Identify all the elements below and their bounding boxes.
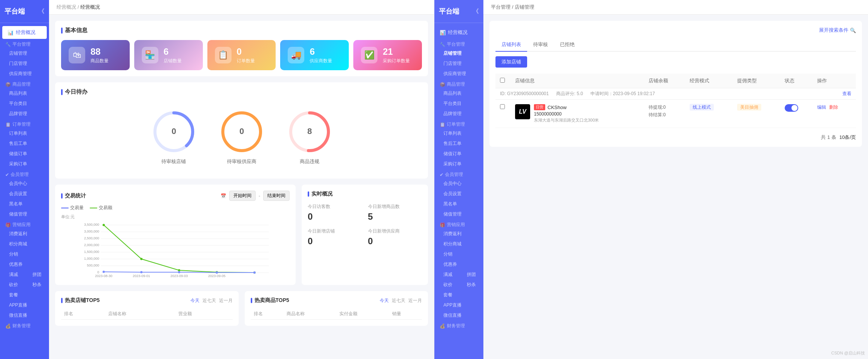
right-package[interactable]: 套餐	[434, 290, 458, 300]
todo-card: 今日待办 0 待审核店铺	[55, 82, 428, 179]
right-brand-mgmt[interactable]: 品牌管理	[434, 109, 483, 119]
sidebar-item-member-settings[interactable]: 会员设置	[0, 189, 49, 199]
sidebar-item-distribution[interactable]: 分销	[0, 249, 23, 259]
rt-visitors: 今日访客数 0	[308, 203, 362, 222]
status-toggle[interactable]	[785, 104, 798, 112]
left-main-content: 经营概况 / 经营概况 基本信息 🛍 88 商品数量 🏪	[49, 0, 434, 359]
store-score-label: 商品评分: 5.0	[556, 91, 583, 96]
svg-text:2,000,000: 2,000,000	[84, 243, 99, 247]
sidebar-item-brand[interactable]: 品牌管理	[0, 109, 49, 119]
right-sidebar-collapse[interactable]: 《	[473, 8, 479, 15]
sidebar-item-shop-mgmt[interactable]: 门店管理	[0, 59, 49, 69]
right-sidebar-overview[interactable]: 📊 经营概况	[434, 26, 483, 39]
right-wxlive[interactable]: 微信直播	[434, 310, 467, 320]
sidebar-item-store-mgmt[interactable]: 店铺管理	[0, 48, 49, 59]
todo-title: 今日待办	[61, 88, 422, 96]
right-cashback[interactable]: 消费返利	[434, 229, 467, 239]
expand-search-btn[interactable]: 展开搜索条件 🔍	[819, 27, 856, 34]
pending-store-label: 待审核店铺	[161, 158, 186, 165]
tab-store-list[interactable]: 店铺列表	[495, 38, 527, 52]
mode-badge: 线上模式	[690, 104, 714, 111]
commission-type-cell: 美目抽佣	[733, 100, 780, 128]
right-sidebar-supplier[interactable]: 供应商管理	[434, 69, 483, 79]
sidebar-item-stored-value-mgmt[interactable]: 储值管理	[0, 209, 49, 219]
sidebar-item-goods-list[interactable]: 商品列表	[0, 88, 49, 99]
sidebar-item-order-list[interactable]: 订单列表	[0, 128, 49, 139]
right-sidebar-header: 平台端 《	[434, 0, 483, 23]
add-store-button[interactable]: 添加店铺	[495, 56, 527, 68]
platform-label: 平台管理	[12, 41, 31, 48]
sidebar-item-bargain[interactable]: 砍价	[0, 280, 23, 290]
right-sidebar-shop-mgmt[interactable]: 门店管理	[434, 59, 483, 69]
right-distribution[interactable]: 分销	[434, 249, 458, 259]
search-icon: 🔍	[850, 28, 856, 33]
right-stored-value-mgmt[interactable]: 储值管理	[434, 209, 483, 219]
col-store-info: 店铺信息	[511, 74, 644, 88]
sidebar-item-groupbuy[interactable]: 拼团	[23, 270, 47, 280]
stores-tab-7days[interactable]: 近七天	[202, 297, 216, 304]
right-stored-value[interactable]: 储值订单	[434, 149, 483, 159]
end-time-btn[interactable]: 结束时间	[263, 191, 290, 201]
row-checkbox[interactable]	[500, 104, 505, 109]
stores-tab-today[interactable]: 今天	[190, 297, 199, 304]
right-member-center[interactable]: 会员中心	[434, 179, 483, 189]
sidebar-item-purchase[interactable]: 采购订单	[0, 159, 49, 169]
edit-store-btn[interactable]: 编辑	[817, 104, 826, 111]
start-time-btn[interactable]: 开始时间	[229, 191, 256, 201]
sidebar-item-flash[interactable]: 秒杀	[23, 280, 47, 290]
sidebar-item-stored-value[interactable]: 储值订单	[0, 149, 49, 159]
sidebar-item-cashback[interactable]: 消费返利	[0, 229, 32, 239]
stats-grid: 🛍 88 商品数量 🏪 6 店铺数量 📋	[61, 40, 422, 70]
right-bargain[interactable]: 砍价	[434, 280, 458, 290]
balance-pending: 待提现:0	[649, 104, 681, 111]
page-size[interactable]: 10条/页	[839, 134, 856, 141]
sidebar-item-package[interactable]: 套餐	[0, 290, 23, 300]
sidebar-item-blacklist[interactable]: 黑名单	[0, 199, 49, 209]
orders-stat-icon: 📋	[215, 47, 232, 63]
right-order-list[interactable]: 订单列表	[434, 128, 483, 139]
sidebar-item-supplier-mgmt[interactable]: 供应商管理	[0, 69, 49, 79]
sidebar-item-points[interactable]: 积分商城	[0, 239, 32, 249]
tab-pending[interactable]: 待审核	[527, 38, 554, 52]
sidebar-item-coupon[interactable]: 优惠券	[0, 259, 28, 270]
right-platform-category[interactable]: 平台类目	[434, 99, 483, 109]
select-all-checkbox[interactable]	[500, 78, 505, 83]
right-goods-list[interactable]: 商品列表	[434, 88, 483, 99]
right-purchase[interactable]: 采购订单	[434, 159, 483, 169]
sidebar-item-applive[interactable]: APP直播	[0, 300, 32, 310]
right-coupon[interactable]: 优惠券	[434, 259, 462, 270]
row-checkbox-cell	[495, 100, 511, 128]
goods-label: 商品数量	[90, 58, 109, 64]
right-groupbuy[interactable]: 拼团	[458, 270, 481, 280]
left-sidebar-title: 平台端	[5, 7, 25, 16]
chart-legend: 交易量 交易额	[61, 205, 290, 211]
sidebar-item-platform-category[interactable]: 平台类目	[0, 99, 49, 109]
tab-rejected[interactable]: 已拒绝	[554, 38, 581, 52]
right-member-settings[interactable]: 会员设置	[434, 189, 483, 199]
delete-store-btn[interactable]: 删除	[829, 104, 838, 111]
col-checkbox	[495, 74, 511, 88]
right-points[interactable]: 积分商城	[434, 239, 467, 249]
store-detail-link[interactable]: 查看	[842, 91, 851, 97]
col-rank: 排名	[61, 308, 105, 320]
left-sidebar-collapse[interactable]: 《	[38, 8, 44, 15]
products-tab-today[interactable]: 今天	[380, 297, 389, 304]
right-sidebar-store-mgmt[interactable]: 店铺管理	[434, 48, 483, 59]
balance-info: 待提现:0 待结算:0	[649, 104, 681, 118]
sidebar-item-wxlive[interactable]: 微信直播	[0, 310, 32, 320]
right-order-label: 订单管理	[447, 121, 465, 128]
right-member-label: 会员管理	[445, 171, 463, 178]
right-after-sales[interactable]: 售后工单	[434, 139, 483, 149]
products-tab-7days[interactable]: 近七天	[392, 297, 405, 304]
sidebar-item-overview[interactable]: 📊 经营概况	[2, 26, 47, 39]
stores-tab-1month[interactable]: 近一月	[219, 297, 233, 304]
sidebar-item-discount[interactable]: 满减	[0, 270, 23, 280]
right-blacklist[interactable]: 黑名单	[434, 199, 483, 209]
right-applive[interactable]: APP直播	[434, 300, 467, 310]
right-sidebar-title: 平台端	[439, 7, 459, 16]
sidebar-item-after-sales[interactable]: 售后工单	[0, 139, 49, 149]
right-flash[interactable]: 秒杀	[458, 280, 481, 290]
sidebar-item-member-center[interactable]: 会员中心	[0, 179, 49, 189]
right-discount[interactable]: 满减	[434, 270, 458, 280]
products-tab-1month[interactable]: 近一月	[408, 297, 422, 304]
